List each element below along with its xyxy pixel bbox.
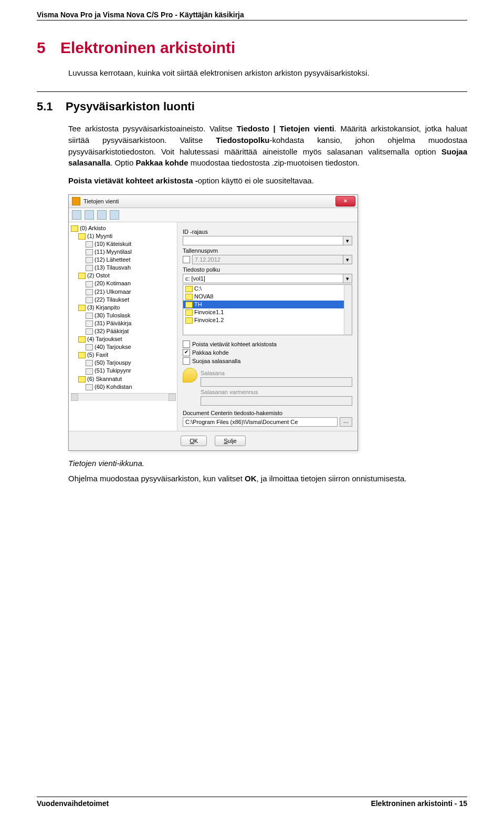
dropdown-icon: ▾	[343, 255, 352, 264]
heading-1: 5Elektroninen arkistointi	[37, 39, 467, 57]
folder-listbox[interactable]: C:\NOVA8THFinvoice1.1Finvoice1.2	[183, 284, 352, 335]
folder-icon	[78, 233, 86, 240]
page-header: Visma Nova Pro ja Visma Nova C/S Pro - K…	[37, 11, 467, 20]
tree-item[interactable]: (12) Lähetteet	[71, 256, 176, 264]
chk-poista[interactable]: Poista vietävät kohteet arkistosta	[183, 340, 352, 348]
sulje-label: ulje	[228, 438, 237, 444]
dropdown-icon[interactable]: ▾	[343, 274, 352, 283]
folder-icon	[78, 376, 86, 383]
tree-item[interactable]: (11) Myyntilasl	[71, 248, 176, 256]
toolbar-icon[interactable]	[85, 210, 94, 220]
document-icon	[86, 384, 93, 390]
sulje-button[interactable]: Sulje	[215, 436, 245, 446]
h2-text: Pysyväisarkiston luonti	[66, 100, 195, 113]
listbox-scrollbar[interactable]	[344, 285, 352, 335]
heading-2: 5.1Pysyväisarkiston luonti	[37, 100, 467, 113]
tallennuspvm-checkbox[interactable]	[183, 256, 190, 263]
tree-item[interactable]: (13) Tilausvah	[71, 264, 176, 272]
document-icon	[86, 257, 93, 263]
list-item[interactable]: Finvoice1.2	[183, 316, 352, 324]
checkbox[interactable]: ✔	[183, 349, 190, 356]
folder-icon	[78, 273, 86, 279]
tree-item[interactable]: (40) Tarjoukse	[71, 343, 176, 351]
dialog-toolbar	[69, 208, 358, 222]
tallennuspvm-label: Tallennuspvm	[183, 247, 352, 254]
tree-item[interactable]: (2) Ostot	[71, 272, 176, 280]
dc-path-row: …	[183, 417, 352, 427]
drive-combo[interactable]: c: [vol1] ▾	[183, 274, 352, 283]
tree-item[interactable]: (22) Tilaukset	[71, 296, 176, 304]
chk-pakkaa[interactable]: ✔ Pakkaa kohde	[183, 349, 352, 356]
tree-item[interactable]: (32) Pääkirjat	[71, 327, 176, 335]
salasana-varmennus-label: Salasanan varmennus	[201, 389, 352, 395]
footer-right: Elektroninen arkistointi - 15	[371, 799, 467, 808]
checkbox[interactable]	[183, 340, 190, 348]
tree-item[interactable]: (21) Ulkomaar	[71, 288, 176, 296]
folder-icon	[185, 286, 193, 292]
tallennuspvm-input	[192, 255, 343, 264]
tree-item[interactable]: (3) Kirjanpito	[71, 304, 176, 312]
toolbar-icon[interactable]	[72, 210, 81, 220]
folder-icon	[185, 302, 193, 308]
toolbar-icon[interactable]	[97, 210, 107, 220]
footer-left: Vuodenvaihdetoimet	[37, 799, 109, 808]
id-rajaus-label: ID -rajaus	[183, 229, 352, 235]
tree-item[interactable]: (60) Kohdistan	[71, 383, 176, 391]
tree-scrollbar[interactable]	[71, 393, 176, 401]
dc-path-input[interactable]	[183, 417, 338, 427]
tree-item[interactable]: (10) Käteiskuit	[71, 240, 176, 248]
document-icon	[86, 249, 93, 255]
tree-item[interactable]: (20) Kotimaan	[71, 280, 176, 287]
salasana-label: Salasana	[201, 370, 352, 376]
tree-item[interactable]: (0) Arkisto	[71, 224, 176, 232]
intro-paragraph: Luvussa kerrotaan, kuinka voit siirtää e…	[68, 67, 467, 78]
tree-item[interactable]: (4) Tarjoukset	[71, 335, 176, 343]
document-icon	[86, 344, 93, 350]
tree-item[interactable]: (50) Tarjouspy	[71, 359, 176, 367]
app-icon	[72, 197, 80, 205]
tree-item[interactable]: (1) Myynti	[71, 232, 176, 240]
ok-button[interactable]: OK	[181, 436, 207, 446]
document-icon	[86, 241, 93, 247]
paragraph-3: Ohjelma muodostaa pysyväisarkiston, kun …	[68, 473, 467, 484]
tallennuspvm-field: ▾	[192, 255, 352, 264]
list-item[interactable]: Finvoice1.1	[183, 308, 352, 316]
chk-suojaa[interactable]: Suojaa salasanalla	[183, 357, 352, 365]
paragraph-1: Tee arkistosta pysyväisarkistoaineisto. …	[68, 123, 467, 169]
tiedostopolku-label: Tiedosto polku	[183, 266, 352, 273]
page-footer: Vuodenvaihdetoimet Elektroninen arkistoi…	[37, 797, 467, 808]
list-item[interactable]: C:\	[183, 285, 352, 293]
document-icon	[86, 265, 93, 271]
folder-icon	[185, 309, 193, 316]
checkbox[interactable]	[183, 357, 190, 365]
browse-button[interactable]: …	[340, 417, 352, 427]
folder-icon	[185, 317, 193, 324]
document-icon	[86, 328, 93, 335]
id-rajaus-field[interactable]: ▾	[183, 236, 352, 245]
folder-icon	[78, 336, 86, 343]
list-item[interactable]: TH	[183, 301, 352, 308]
dialog-title: Tietojen vienti	[83, 198, 119, 204]
drive-value[interactable]: c: [vol1]	[183, 274, 343, 283]
id-rajaus-input[interactable]	[183, 236, 343, 245]
toolbar-icon[interactable]	[110, 210, 119, 220]
document-icon	[86, 321, 93, 327]
folder-icon	[78, 305, 86, 311]
salasana-input	[201, 377, 352, 387]
salasana-varmennus-input	[201, 396, 352, 406]
close-button[interactable]: ×	[335, 196, 355, 206]
tree-item[interactable]: (51) Tukipyynr	[71, 367, 176, 375]
tree-item[interactable]: (30) Tuloslask	[71, 312, 176, 319]
list-item[interactable]: NOVA8	[183, 293, 352, 301]
tree-item[interactable]: (6) Skannatut	[71, 375, 176, 383]
paragraph-2: Poista vietävät kohteet arkistosta -opti…	[68, 175, 467, 187]
folder-tree[interactable]: (0) Arkisto(1) Myynti(10) Käteiskuit(11)…	[69, 222, 177, 431]
document-icon	[86, 313, 93, 319]
dropdown-icon[interactable]: ▾	[343, 236, 352, 245]
tree-item[interactable]: (31) Päiväkirja	[71, 319, 176, 327]
dialog-right-panel: ID -rajaus ▾ Tallennuspvm ▾ Tiedosto pol…	[177, 222, 358, 431]
document-icon	[86, 289, 93, 295]
folder-icon	[71, 225, 78, 232]
tree-item[interactable]: (5) Faxit	[71, 351, 176, 359]
dialog-titlebar: Tietojen vienti ×	[69, 195, 358, 208]
